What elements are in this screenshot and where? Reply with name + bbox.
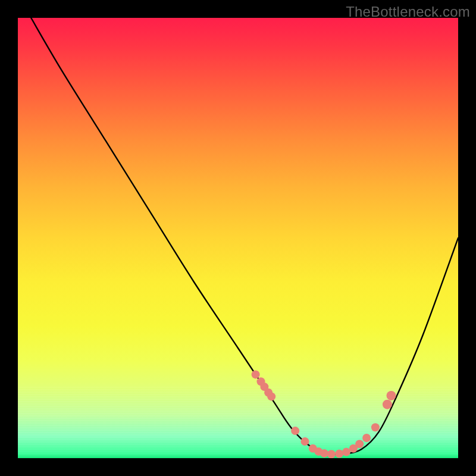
marker-point (267, 392, 275, 400)
marker-point (335, 450, 343, 458)
marker-point (301, 437, 309, 446)
marker-point (371, 423, 380, 431)
chart-container: TheBottleneck.com (0, 0, 476, 476)
marker-point (362, 434, 371, 442)
marker-point (355, 440, 364, 448)
marker-point (320, 449, 328, 458)
watermark-text: TheBottleneck.com (346, 4, 470, 20)
marker-point (383, 400, 392, 409)
marker-point (291, 427, 299, 435)
marker-point (252, 370, 260, 378)
bottleneck-curve (31, 18, 458, 455)
curve-layer (18, 18, 458, 458)
plot-area (18, 18, 458, 458)
marker-group (252, 370, 396, 458)
marker-point (342, 448, 350, 456)
marker-point (387, 391, 396, 400)
marker-point (327, 450, 336, 458)
